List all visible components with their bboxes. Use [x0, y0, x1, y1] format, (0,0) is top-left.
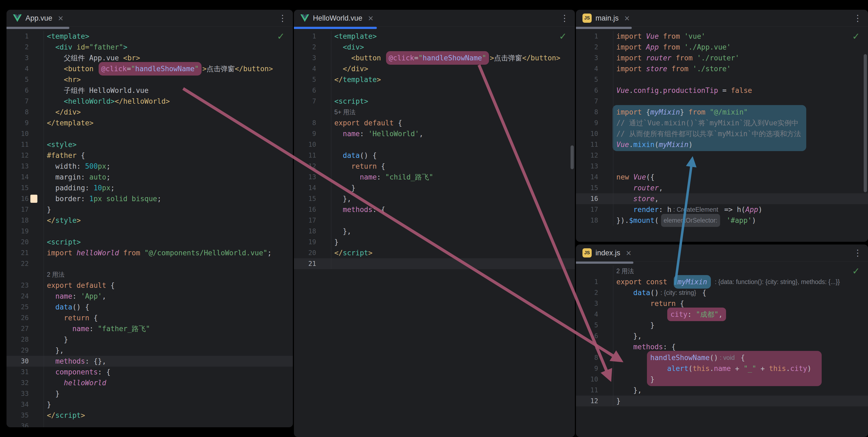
code-line: 18}).$mount(elementOrSelector: '#app'): [576, 215, 868, 226]
code-line: 7<script>: [294, 96, 575, 107]
code-editor-app-vue[interactable]: ✓ 1<template>2 <div id="father">3 父组件 Ap…: [6, 29, 293, 427]
code-line: 1<template>: [6, 31, 293, 42]
tab-title: HelloWorld.vue: [313, 14, 363, 23]
editor-window-index-js: JS index.js × ⋮ ✓ 2 用法1export const myMi…: [576, 244, 868, 437]
code-line: 5 <hr>: [6, 74, 293, 85]
close-icon[interactable]: ×: [624, 14, 630, 22]
inlay-usages-hint-row: 2 用法: [6, 269, 293, 280]
inspections-ok-icon: ✓: [559, 31, 567, 42]
code-line: 9</template>: [6, 117, 293, 128]
code-editor-main-js[interactable]: ✓ 1import Vue from 'vue'2import App from…: [576, 29, 868, 242]
code-line: 15 },: [294, 193, 575, 204]
code-line: 12}: [576, 396, 868, 406]
tab-bar: HelloWorld.vue × ⋮: [294, 10, 575, 27]
code-line: 8 handleShowName() : void {: [576, 352, 868, 363]
code-line: 3import router from './router': [576, 53, 868, 63]
tab-title: index.js: [595, 249, 620, 257]
code-line: 9 alert(this.name + "_" + this.city): [576, 363, 868, 374]
code-line: 21import helloWorld from "@/components/H…: [6, 247, 293, 258]
kebab-menu-icon[interactable]: ⋮: [854, 13, 862, 23]
code-line: 3 <button @click="handleShowName">点击弹窗</…: [294, 53, 575, 63]
code-line: 19}: [294, 237, 575, 247]
code-line: 14 }: [294, 182, 575, 193]
vue-file-icon: [13, 14, 22, 22]
tab-bar: JS main.js × ⋮: [576, 10, 868, 27]
vertical-scrollbar[interactable]: [864, 54, 867, 192]
code-line: 5 }: [576, 320, 868, 331]
code-line: 17 render: h : CreateElement => h(App): [576, 204, 868, 215]
close-icon[interactable]: ×: [58, 14, 64, 22]
code-line: 11 data() {: [294, 150, 575, 161]
code-line: 1export const myMixin : {data: function(…: [576, 276, 868, 287]
code-line: 22: [6, 258, 293, 269]
code-line: 29 },: [6, 345, 293, 356]
code-line: 34}: [6, 399, 293, 410]
code-line: 35</script>: [6, 410, 293, 421]
code-line: 18 },: [294, 226, 575, 237]
tab-app-vue[interactable]: App.vue ×: [6, 10, 70, 27]
code-line: 20</script>: [294, 247, 575, 258]
code-line: 8import {myMixin} from "@/mixin": [576, 107, 868, 117]
editor-window-main-js: JS main.js × ⋮ ✓ 1import Vue from 'vue'2…: [576, 10, 868, 242]
editor-window-app-vue: App.vue × ⋮ ✓ 1<template>2 <div id="fath…: [6, 10, 293, 427]
code-line: 25 data() {: [6, 302, 293, 312]
code-line: 18</style>: [6, 215, 293, 226]
kebab-menu-icon[interactable]: ⋮: [560, 13, 569, 23]
code-line: 4 city: "成都",: [576, 309, 868, 320]
inspections-ok-icon: ✓: [277, 31, 285, 42]
code-line: 9// 通过`Vue.mixin()`将`myMixin`混入到Vue实例中: [576, 117, 868, 128]
tab-main-js[interactable]: JS main.js ×: [576, 10, 637, 27]
code-line: 26 return {: [6, 312, 293, 323]
selected-tab-indicator: [576, 27, 632, 29]
code-line: 13 width: 500px;: [6, 161, 293, 172]
code-line: 14new Vue({: [576, 172, 868, 182]
code-line: 11<style>: [6, 139, 293, 150]
code-editor-helloworld-vue[interactable]: ✓ 1<template>2 <div>3 <button @click="ha…: [294, 29, 575, 437]
code-editor-index-js[interactable]: ✓ 2 用法1export const myMixin : {data: fun…: [576, 263, 868, 437]
tab-bar: App.vue × ⋮: [6, 10, 293, 27]
tab-title: App.vue: [26, 14, 52, 23]
code-line: 15 router,: [576, 182, 868, 193]
inspections-ok-icon: ✓: [852, 266, 860, 276]
tab-title: main.js: [595, 14, 619, 23]
editor-window-helloworld-vue: HelloWorld.vue × ⋮ ✓ 1<template>2 <div>3…: [294, 10, 575, 437]
code-line: 20<script>: [6, 237, 293, 247]
vertical-scrollbar[interactable]: [570, 145, 574, 169]
code-line: 9 name: 'HelloWorld',: [294, 128, 575, 139]
color-swatch-bisque[interactable]: [30, 195, 37, 203]
code-line: 1import Vue from 'vue': [576, 31, 868, 42]
tab-bar: JS index.js × ⋮: [576, 244, 868, 262]
code-line: 32 helloWorld: [6, 377, 293, 388]
code-line: 28 }: [6, 334, 293, 345]
code-line: 17: [294, 215, 575, 226]
tab-index-js[interactable]: JS index.js ×: [576, 244, 638, 261]
js-file-icon: JS: [583, 248, 592, 258]
code-line: 5</template>: [294, 74, 575, 85]
selected-tab-indicator: [576, 262, 633, 264]
code-line: 12 return {: [294, 161, 575, 172]
code-line: 7 methods: {: [576, 341, 868, 352]
code-line: 10: [294, 139, 575, 150]
vue-file-icon: [301, 14, 309, 22]
code-line: 1<template>: [294, 31, 575, 42]
code-line: 31 components: {: [6, 367, 293, 377]
code-line: 14 margin: auto;: [6, 172, 293, 182]
code-line: 4 <button @click="handleShowName">点击弹窗</…: [6, 63, 293, 74]
inspections-ok-icon: ✓: [852, 31, 860, 42]
tab-helloworld-vue[interactable]: HelloWorld.vue ×: [294, 10, 380, 27]
close-icon[interactable]: ×: [368, 14, 374, 22]
code-line: 21: [294, 258, 575, 269]
code-line: 5: [576, 74, 868, 85]
code-line: 23export default {: [6, 280, 293, 291]
code-line: 11Vue.mixin(myMixin): [576, 139, 868, 150]
code-line: 33 }: [6, 388, 293, 399]
code-line: 16 methods: {: [294, 204, 575, 215]
code-line: 4 </div>: [294, 63, 575, 74]
kebab-menu-icon[interactable]: ⋮: [854, 248, 862, 258]
inlay-usages-hint-row: 5+ 用法: [294, 107, 575, 117]
code-line: 3 return {: [576, 298, 868, 309]
code-line: 6 子组件 HelloWorld.vue: [6, 85, 293, 96]
code-line: 27 name: "father_路飞": [6, 323, 293, 334]
close-icon[interactable]: ×: [626, 249, 632, 257]
kebab-menu-icon[interactable]: ⋮: [278, 13, 287, 23]
